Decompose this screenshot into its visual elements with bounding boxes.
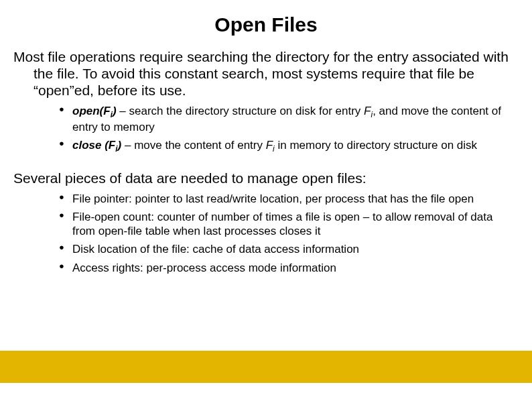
bullet-access-rights: Access rights: per-process access mode i… [59, 259, 519, 277]
close-text-a: – move the content of entry [121, 139, 265, 152]
footer-band [0, 352, 532, 383]
close-f: F [266, 139, 273, 152]
data-paragraph: Several pieces of data are needed to man… [13, 170, 519, 186]
bullet-open: open(Fi) – search the directory structur… [59, 102, 519, 137]
close-label-1: close (F [72, 139, 115, 152]
bullet-file-open-count: File-open count: counter of number of ti… [59, 208, 519, 241]
bullet-disk-location: Disk location of the file: cache of data… [59, 240, 519, 258]
open-text-a: – search the directory structure on disk… [117, 105, 364, 117]
slide: Open Files Most file operations require … [0, 0, 532, 399]
close-text-b: in memory to directory structure on disk [275, 139, 477, 152]
bullet-file-pointer: File pointer: pointer to last read/write… [59, 190, 519, 208]
open-label-1: open(F [72, 105, 111, 117]
slide-body: Most file operations require searching t… [0, 36, 532, 277]
intro-paragraph: Most file operations require searching t… [13, 48, 519, 99]
slide-title: Open Files [0, 0, 532, 36]
open-f: F [364, 105, 371, 117]
data-bullets: File pointer: pointer to last read/write… [13, 190, 519, 277]
bullet-close: close (Fi) – move the content of entry F… [59, 136, 519, 156]
operation-bullets: open(Fi) – search the directory structur… [13, 102, 519, 157]
